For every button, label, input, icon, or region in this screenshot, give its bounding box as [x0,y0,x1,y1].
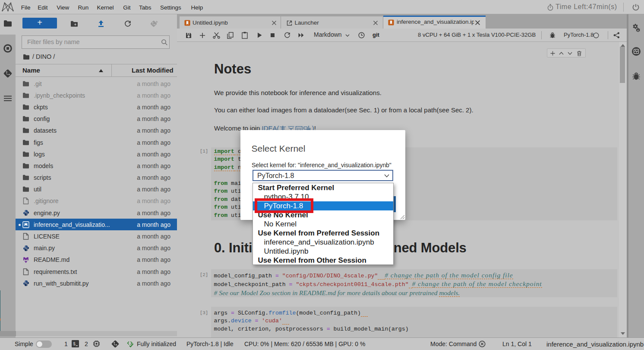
svg-text:$: $ [73,342,76,347]
